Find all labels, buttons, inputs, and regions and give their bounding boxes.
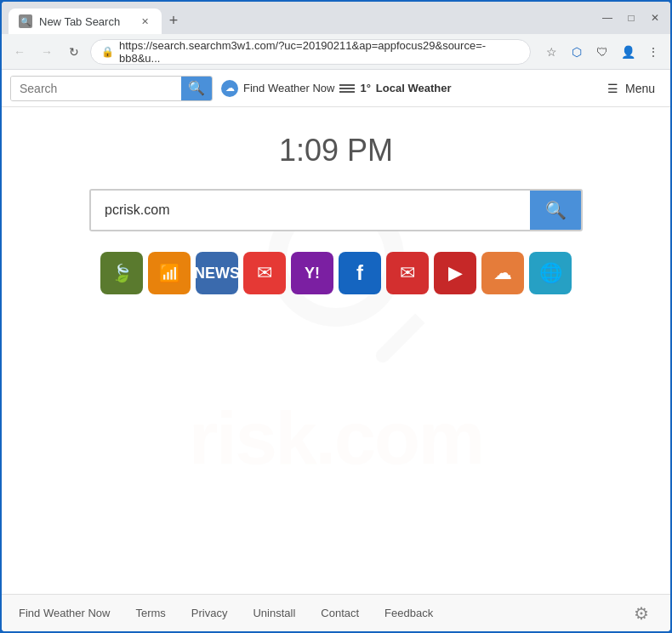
toolbar-search-input[interactable] xyxy=(11,77,181,100)
tab-favicon: 🔍 xyxy=(19,14,32,28)
footer-link-privacy[interactable]: Privacy xyxy=(191,607,228,619)
menu-button[interactable]: ☰ Menu xyxy=(601,78,662,99)
address-text: https://search.searchm3w1.com/?uc=201902… xyxy=(119,39,520,65)
find-weather-label: Find Weather Now xyxy=(243,82,334,94)
bookmark-icon[interactable]: ☆ xyxy=(541,42,561,62)
main-search-button[interactable]: 🔍 xyxy=(530,191,581,230)
footer-link-contact[interactable]: Contact xyxy=(321,607,359,619)
settings-gear-icon[interactable]: ⚙ xyxy=(629,602,653,625)
shortcut-7[interactable]: ✉ xyxy=(386,252,429,294)
extension-icon-shield[interactable]: 🛡 xyxy=(592,42,612,62)
close-button[interactable]: ✕ xyxy=(646,9,663,26)
shortcut-3[interactable]: NEWS xyxy=(196,252,238,294)
footer-link-terms[interactable]: Terms xyxy=(135,607,165,619)
lock-icon: 🔒 xyxy=(101,46,114,58)
footer-link-weather[interactable]: Find Weather Now xyxy=(19,607,110,619)
footer-link-feedback[interactable]: Feedback xyxy=(384,607,433,619)
shortcut-8[interactable]: ▶ xyxy=(434,252,476,294)
menu-lines-icon: ☰ xyxy=(607,82,618,95)
weather-widget: ☁ Find Weather Now 1° Local Weather xyxy=(221,80,451,97)
refresh-button[interactable]: ↻ xyxy=(63,41,85,63)
forward-button[interactable]: → xyxy=(36,41,58,63)
toolbar-search-button[interactable]: 🔍 xyxy=(181,76,212,101)
browser-window: 🔍 New Tab Search ✕ + — □ ✕ ← → ↻ 🔒 https… xyxy=(2,2,670,631)
shortcut-6[interactable]: f xyxy=(339,252,381,294)
watermark-text: risk.com xyxy=(189,395,483,482)
address-right-icons: ☆ ⬡ 🛡 👤 ⋮ xyxy=(541,42,663,62)
menu-lines-icon xyxy=(339,84,355,93)
tab-close-button[interactable]: ✕ xyxy=(138,14,151,28)
more-options-icon[interactable]: ⋮ xyxy=(643,42,663,62)
toolbar-search[interactable]: 🔍 xyxy=(10,76,213,101)
minimize-button[interactable]: — xyxy=(599,9,616,26)
address-bar-input[interactable]: 🔒 https://search.searchm3w1.com/?uc=2019… xyxy=(90,39,531,65)
shortcut-1[interactable]: 🍃 xyxy=(100,252,143,294)
page-content: risk.com 1:09 PM 🔍 🍃 📶 NEWS ✉ Y! f ✉ ▶ ☁… xyxy=(2,107,670,594)
footer-link-uninstall[interactable]: Uninstall xyxy=(253,607,295,619)
main-search-box[interactable]: 🔍 xyxy=(89,189,583,231)
title-bar: 🔍 New Tab Search ✕ + — □ ✕ xyxy=(2,2,670,34)
window-controls: — □ ✕ xyxy=(599,9,663,26)
menu-label: Menu xyxy=(625,82,655,95)
extension-icon-blue[interactable]: ⬡ xyxy=(567,42,587,62)
shortcut-10[interactable]: 🌐 xyxy=(529,252,572,294)
back-button[interactable]: ← xyxy=(9,41,31,63)
shortcut-9[interactable]: ☁ xyxy=(481,252,524,294)
weather-icon: ☁ xyxy=(221,80,238,97)
shortcut-5[interactable]: Y! xyxy=(291,252,333,294)
shortcut-4[interactable]: ✉ xyxy=(243,252,286,294)
account-icon[interactable]: 👤 xyxy=(618,42,638,62)
tab-label: New Tab Search xyxy=(39,15,120,28)
main-search-input[interactable] xyxy=(91,191,530,230)
local-weather-label: Local Weather xyxy=(376,82,452,94)
shortcuts-bar: 🍃 📶 NEWS ✉ Y! f ✉ ▶ ☁ 🌐 xyxy=(100,252,572,294)
shortcut-2[interactable]: 📶 xyxy=(148,252,191,294)
new-tab-button[interactable]: + xyxy=(162,9,185,32)
watermark: risk.com xyxy=(189,191,483,482)
temperature-display: 1° xyxy=(360,82,370,94)
maximize-button[interactable]: □ xyxy=(623,9,640,26)
footer: Find Weather Now Terms Privacy Uninstall… xyxy=(2,594,670,631)
time-display: 1:09 PM xyxy=(279,133,393,168)
tab-bar: 🔍 New Tab Search ✕ + xyxy=(9,2,595,34)
address-bar: ← → ↻ 🔒 https://search.searchm3w1.com/?u… xyxy=(2,34,670,70)
active-tab[interactable]: 🔍 New Tab Search ✕ xyxy=(9,9,162,34)
toolbar: 🔍 ☁ Find Weather Now 1° Local Weather ☰ … xyxy=(2,70,670,107)
